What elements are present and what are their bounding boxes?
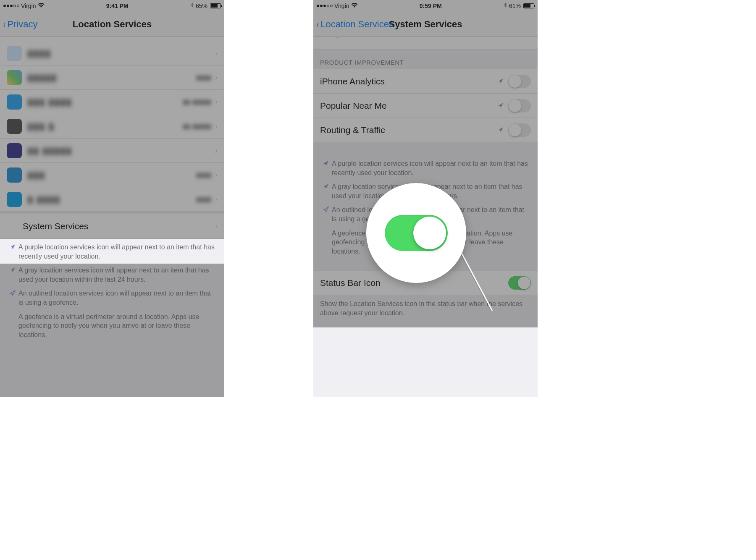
chevron-right-icon: › [528,37,531,39]
location-arrow-outline-icon [9,290,16,307]
system-services-label: System Services [23,221,215,231]
popular-near-me-row[interactable]: Popular Near Me [313,94,538,118]
footer-outline: An outlined location services icon will … [18,289,218,307]
battery-pct: 61% [509,3,521,9]
routing-traffic-row[interactable]: Routing & Traffic [313,118,538,142]
location-arrow-purple-icon [9,243,16,261]
status-bar: Virgin 9:59 PM 61% [313,0,538,12]
footer-explanation: A purple location services icon will app… [0,238,224,351]
signal-dots [317,5,333,7]
location-arrow-icon [497,101,504,111]
app-list: ▮▮▮▮› ▮▮▮▮▮▮▮▮▮› ▮▮▮ ▮▮▮▮▮▮ ▮▮▮▮▮› ▮▮▮ ▮… [0,41,224,212]
battery-pct: 65% [196,3,207,9]
nav-bar: ‹ Privacy Location Services [0,12,224,37]
status-bar-icon-footer: Show the Location Services icon in the s… [313,295,538,324]
status-bar-icon-toggle[interactable] [508,276,531,290]
carrier-label: Virgin [334,3,349,9]
toggle-switch[interactable] [508,123,531,137]
footer-purple: A purple location services icon will app… [18,243,218,261]
location-arrow-icon [497,125,504,135]
app-row[interactable]: ▮ ▮▮▮▮▮▮▮▮› [0,187,224,212]
left-phone: Virgin 9:41 PM 65% ‹ Privacy Location Se… [0,0,224,397]
location-arrow-gray-icon [323,183,329,200]
app-row[interactable]: ▮▮▮ ▮▮▮ ▮▮▮▮▮› [0,114,224,139]
bluetooth-icon [190,3,194,10]
toggle-switch[interactable] [508,99,531,113]
wifi-icon [38,3,45,9]
app-row[interactable]: ▮▮▮ ▮▮▮▮▮▮ ▮▮▮▮▮› [0,90,224,114]
toggle-switch[interactable] [508,75,531,88]
chevron-right-icon: › [215,221,217,232]
iphone-analytics-row[interactable]: iPhone Analytics [313,69,538,94]
system-services-row[interactable]: System Services › [0,214,224,238]
status-bar: Virgin 9:41 PM 65% [0,0,224,12]
product-improvement-list: iPhone Analytics Popular Near Me Routing… [313,69,538,142]
frequent-locations-value: On [513,37,525,39]
back-label: Location Services [320,19,394,30]
signal-dots [3,5,19,7]
status-time: 9:59 PM [420,3,442,9]
location-arrow-icon [503,37,509,39]
row-label: Popular Near Me [320,101,497,111]
magnifier-callout [368,185,465,281]
section-header-product-improvement: PRODUCT IMPROVEMENT [313,50,538,69]
app-row[interactable]: ▮▮ ▮▮▮▮▮› [0,139,224,163]
app-row[interactable]: ▮▮▮▮▮▮▮› [0,163,224,187]
chevron-left-icon: ‹ [317,18,319,30]
frequent-locations-label: Frequent Locations [320,37,503,39]
back-button[interactable]: ‹ Location Services [316,12,394,37]
chevron-left-icon: ‹ [3,18,6,30]
footer-gray: A gray location services icon will appea… [18,266,218,284]
carrier-label: Virgin [21,3,36,9]
app-row[interactable]: ▮▮▮▮› [0,41,224,65]
nav-title: Location Services [73,19,152,30]
row-label: iPhone Analytics [320,76,497,86]
location-arrow-purple-icon [323,160,329,177]
nav-bar: ‹ Location Services System Services [313,12,538,37]
location-arrow-icon [497,76,504,86]
nav-title: System Services [389,19,462,30]
footer-geofence: A geofence is a virtual perimeter around… [18,312,218,340]
back-button[interactable]: ‹ Privacy [3,12,37,37]
status-time: 9:41 PM [106,3,129,9]
app-row[interactable]: ▮▮▮▮▮▮▮▮▮› [0,65,224,90]
battery-icon [210,3,221,8]
footer-purple: A purple location services icon will app… [332,159,531,177]
bluetooth-icon [504,3,507,10]
magnified-toggle-on [385,215,448,251]
battery-icon [523,3,534,8]
wifi-icon [351,3,358,9]
location-arrow-gray-icon [9,267,16,284]
back-label: Privacy [7,19,37,30]
right-phone: Virgin 9:59 PM 61% ‹ Location Services S… [313,0,538,397]
location-arrow-outline-icon [323,206,329,223]
row-label: Routing & Traffic [320,125,497,135]
frequent-locations-row[interactable]: Frequent Locations On › [313,37,538,50]
